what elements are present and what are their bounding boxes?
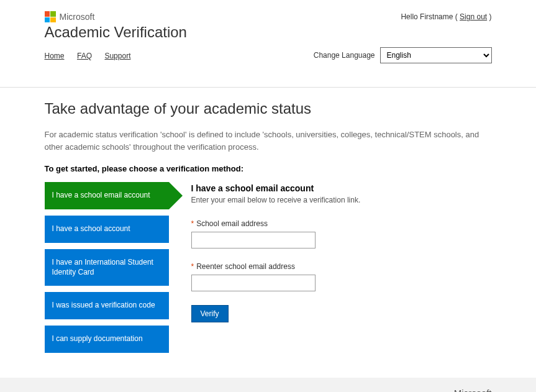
reenter-email-input[interactable]: [191, 275, 316, 291]
microsoft-logo-icon: [45, 11, 56, 22]
brand-text: Microsoft: [60, 12, 95, 22]
tab-isic[interactable]: I have an International Student Identity…: [45, 249, 169, 286]
tab-school-email[interactable]: I have a school email account: [45, 182, 169, 209]
form-title: I have a school email account: [191, 183, 492, 193]
form-subtitle: Enter your email below to receive a veri…: [191, 196, 492, 204]
main-description: For academic status verification 'school…: [45, 129, 492, 153]
main-heading: Take advantage of your academic status: [45, 100, 492, 117]
footer-brand: Microsoft: [45, 388, 492, 392]
user-greeting: Hello Firstname ( Sign out ): [401, 12, 491, 21]
nav-support[interactable]: Support: [104, 52, 130, 60]
language-select[interactable]: English: [380, 47, 492, 63]
nav-faq[interactable]: FAQ: [77, 52, 92, 60]
nav-home[interactable]: Home: [45, 52, 65, 60]
page-title: Academic Verification: [45, 24, 492, 41]
method-prompt: To get started, please choose a verifica…: [45, 164, 492, 173]
reenter-email-label: *Reenter school email address: [191, 262, 492, 271]
language-label: Change Language: [314, 51, 375, 60]
email-label: *School email address: [191, 219, 492, 228]
verify-button[interactable]: Verify: [191, 305, 229, 322]
sign-out-link[interactable]: Sign out: [460, 12, 487, 21]
tab-verification-code[interactable]: I was issued a verification code: [45, 292, 169, 319]
tab-documentation[interactable]: I can supply documentation: [45, 326, 169, 353]
tab-school-account[interactable]: I have a school account: [45, 216, 169, 243]
school-email-input[interactable]: [191, 232, 316, 248]
